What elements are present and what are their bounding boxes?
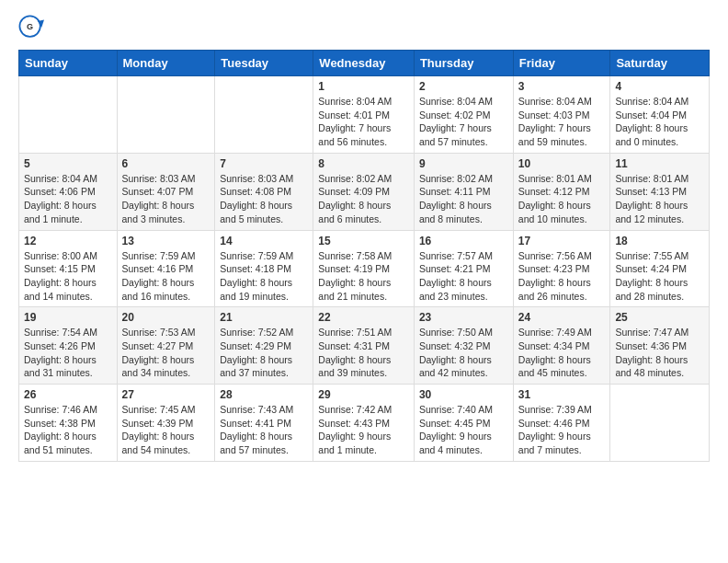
day-number: 24 — [518, 311, 606, 324]
svg-marker-2 — [38, 20, 44, 28]
day-info: Sunrise: 8:02 AM Sunset: 4:11 PM Dayligh… — [419, 172, 508, 226]
day-number: 5 — [24, 157, 112, 170]
day-info: Sunrise: 7:53 AM Sunset: 4:27 PM Dayligh… — [122, 326, 210, 380]
day-number: 22 — [318, 311, 409, 324]
weekday-header-friday: Friday — [513, 51, 610, 76]
day-info: Sunrise: 7:50 AM Sunset: 4:32 PM Dayligh… — [419, 326, 508, 380]
calendar-week-row: 26Sunrise: 7:46 AM Sunset: 4:38 PM Dayli… — [19, 385, 710, 462]
weekday-header-tuesday: Tuesday — [215, 51, 313, 76]
calendar-cell: 8Sunrise: 8:02 AM Sunset: 4:09 PM Daylig… — [313, 153, 415, 230]
calendar-cell: 11Sunrise: 8:01 AM Sunset: 4:13 PM Dayli… — [610, 153, 710, 230]
day-info: Sunrise: 7:55 AM Sunset: 4:24 PM Dayligh… — [615, 249, 704, 304]
day-number: 26 — [24, 388, 112, 401]
day-number: 18 — [615, 235, 704, 247]
calendar-cell: 22Sunrise: 7:51 AM Sunset: 4:31 PM Dayli… — [313, 307, 415, 385]
day-number: 27 — [122, 388, 210, 401]
calendar-cell: 10Sunrise: 8:01 AM Sunset: 4:12 PM Dayli… — [513, 153, 610, 230]
day-number: 11 — [615, 157, 704, 170]
svg-text:G: G — [27, 22, 33, 31]
day-number: 4 — [615, 80, 704, 93]
day-number: 16 — [419, 235, 508, 247]
calendar-cell: 21Sunrise: 7:52 AM Sunset: 4:29 PM Dayli… — [215, 307, 313, 385]
day-number: 10 — [518, 157, 606, 170]
calendar-cell: 1Sunrise: 8:04 AM Sunset: 4:01 PM Daylig… — [313, 76, 415, 154]
day-number: 9 — [419, 157, 508, 170]
day-info: Sunrise: 7:42 AM Sunset: 4:43 PM Dayligh… — [318, 403, 409, 457]
calendar-cell: 28Sunrise: 7:43 AM Sunset: 4:41 PM Dayli… — [215, 385, 313, 462]
weekday-header-thursday: Thursday — [414, 51, 513, 76]
calendar-cell: 20Sunrise: 7:53 AM Sunset: 4:27 PM Dayli… — [117, 307, 215, 385]
day-info: Sunrise: 8:04 AM Sunset: 4:01 PM Dayligh… — [318, 95, 409, 149]
day-info: Sunrise: 8:04 AM Sunset: 4:06 PM Dayligh… — [24, 172, 112, 226]
day-info: Sunrise: 7:51 AM Sunset: 4:31 PM Dayligh… — [318, 326, 409, 380]
calendar-cell: 6Sunrise: 8:03 AM Sunset: 4:07 PM Daylig… — [117, 153, 215, 230]
logo: G — [18, 15, 48, 40]
calendar-cell: 18Sunrise: 7:55 AM Sunset: 4:24 PM Dayli… — [610, 230, 710, 307]
day-info: Sunrise: 8:01 AM Sunset: 4:12 PM Dayligh… — [518, 172, 606, 226]
calendar-cell: 2Sunrise: 8:04 AM Sunset: 4:02 PM Daylig… — [414, 76, 513, 154]
day-number: 25 — [615, 311, 704, 324]
day-info: Sunrise: 8:03 AM Sunset: 4:07 PM Dayligh… — [122, 172, 210, 226]
day-info: Sunrise: 7:47 AM Sunset: 4:36 PM Dayligh… — [615, 326, 704, 380]
day-number: 28 — [220, 388, 308, 401]
weekday-header-saturday: Saturday — [610, 51, 710, 76]
day-info: Sunrise: 8:02 AM Sunset: 4:09 PM Dayligh… — [318, 172, 409, 226]
day-number: 7 — [220, 157, 308, 170]
day-info: Sunrise: 8:00 AM Sunset: 4:15 PM Dayligh… — [24, 249, 112, 304]
day-number: 31 — [518, 388, 606, 401]
day-info: Sunrise: 8:01 AM Sunset: 4:13 PM Dayligh… — [615, 172, 704, 226]
day-number: 15 — [318, 235, 409, 247]
calendar-cell: 13Sunrise: 7:59 AM Sunset: 4:16 PM Dayli… — [117, 230, 215, 307]
day-info: Sunrise: 7:57 AM Sunset: 4:21 PM Dayligh… — [419, 249, 508, 304]
header: G — [18, 15, 710, 40]
calendar-cell: 7Sunrise: 8:03 AM Sunset: 4:08 PM Daylig… — [215, 153, 313, 230]
calendar-week-row: 1Sunrise: 8:04 AM Sunset: 4:01 PM Daylig… — [19, 76, 710, 154]
weekday-header-sunday: Sunday — [19, 51, 118, 76]
day-info: Sunrise: 7:59 AM Sunset: 4:18 PM Dayligh… — [220, 249, 308, 304]
day-info: Sunrise: 7:58 AM Sunset: 4:19 PM Dayligh… — [318, 249, 409, 304]
weekday-header-wednesday: Wednesday — [313, 51, 415, 76]
day-info: Sunrise: 7:46 AM Sunset: 4:38 PM Dayligh… — [24, 403, 112, 457]
calendar-cell — [117, 76, 215, 154]
day-info: Sunrise: 7:43 AM Sunset: 4:41 PM Dayligh… — [220, 403, 308, 457]
calendar-cell: 17Sunrise: 7:56 AM Sunset: 4:23 PM Dayli… — [513, 230, 610, 307]
calendar-cell: 25Sunrise: 7:47 AM Sunset: 4:36 PM Dayli… — [610, 307, 710, 385]
calendar-table: SundayMondayTuesdayWednesdayThursdayFrid… — [18, 50, 710, 462]
day-info: Sunrise: 7:49 AM Sunset: 4:34 PM Dayligh… — [518, 326, 606, 380]
calendar-cell: 3Sunrise: 8:04 AM Sunset: 4:03 PM Daylig… — [513, 76, 610, 154]
day-number: 14 — [220, 235, 308, 247]
day-info: Sunrise: 7:39 AM Sunset: 4:46 PM Dayligh… — [518, 403, 606, 457]
day-info: Sunrise: 8:04 AM Sunset: 4:03 PM Dayligh… — [518, 95, 606, 149]
day-number: 21 — [220, 311, 308, 324]
day-info: Sunrise: 7:59 AM Sunset: 4:16 PM Dayligh… — [122, 249, 210, 304]
day-info: Sunrise: 7:52 AM Sunset: 4:29 PM Dayligh… — [220, 326, 308, 380]
calendar-cell: 19Sunrise: 7:54 AM Sunset: 4:26 PM Dayli… — [19, 307, 118, 385]
calendar-cell: 23Sunrise: 7:50 AM Sunset: 4:32 PM Dayli… — [414, 307, 513, 385]
day-number: 8 — [318, 157, 409, 170]
day-info: Sunrise: 8:04 AM Sunset: 4:04 PM Dayligh… — [615, 95, 704, 149]
calendar-cell: 27Sunrise: 7:45 AM Sunset: 4:39 PM Dayli… — [117, 385, 215, 462]
weekday-header-row: SundayMondayTuesdayWednesdayThursdayFrid… — [19, 51, 710, 76]
day-info: Sunrise: 7:54 AM Sunset: 4:26 PM Dayligh… — [24, 326, 112, 380]
day-info: Sunrise: 7:45 AM Sunset: 4:39 PM Dayligh… — [122, 403, 210, 457]
day-info: Sunrise: 8:04 AM Sunset: 4:02 PM Dayligh… — [419, 95, 508, 149]
day-number: 23 — [419, 311, 508, 324]
day-number: 3 — [518, 80, 606, 93]
day-number: 6 — [122, 157, 210, 170]
day-number: 17 — [518, 235, 606, 247]
calendar-cell: 15Sunrise: 7:58 AM Sunset: 4:19 PM Dayli… — [313, 230, 415, 307]
calendar-cell — [215, 76, 313, 154]
calendar-week-row: 19Sunrise: 7:54 AM Sunset: 4:26 PM Dayli… — [19, 307, 710, 385]
logo-icon: G — [18, 15, 44, 40]
calendar-week-row: 5Sunrise: 8:04 AM Sunset: 4:06 PM Daylig… — [19, 153, 710, 230]
day-number: 13 — [122, 235, 210, 247]
day-number: 2 — [419, 80, 508, 93]
calendar-cell: 14Sunrise: 7:59 AM Sunset: 4:18 PM Dayli… — [215, 230, 313, 307]
calendar-cell: 30Sunrise: 7:40 AM Sunset: 4:45 PM Dayli… — [414, 385, 513, 462]
calendar-cell: 16Sunrise: 7:57 AM Sunset: 4:21 PM Dayli… — [414, 230, 513, 307]
weekday-header-monday: Monday — [117, 51, 215, 76]
calendar-cell — [19, 76, 118, 154]
day-info: Sunrise: 8:03 AM Sunset: 4:08 PM Dayligh… — [220, 172, 308, 226]
day-number: 1 — [318, 80, 409, 93]
calendar-cell — [610, 385, 710, 462]
